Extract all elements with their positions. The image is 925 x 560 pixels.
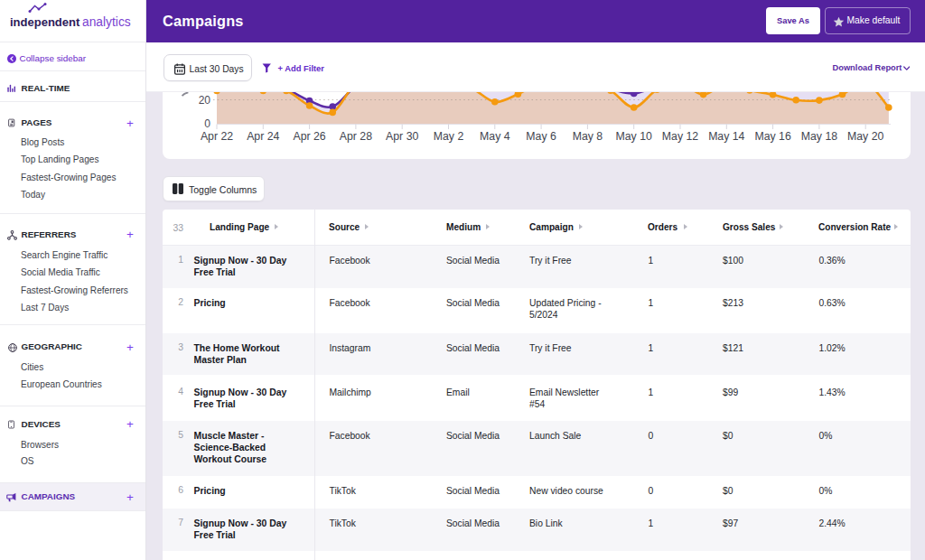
- svg-text:Apr 30: Apr 30: [386, 130, 418, 143]
- svg-text:May 4: May 4: [480, 130, 510, 143]
- svg-text:May 10: May 10: [616, 130, 652, 143]
- svg-text:May 14: May 14: [708, 130, 744, 143]
- svg-text:May 20: May 20: [847, 130, 883, 143]
- svg-text:20: 20: [199, 94, 211, 107]
- svg-text:independent: independent: [10, 15, 80, 29]
- svg-text:Apr 22: Apr 22: [201, 130, 233, 143]
- svg-text:May 12: May 12: [662, 130, 698, 143]
- svg-text:analytics: analytics: [82, 15, 131, 29]
- svg-text:0: 0: [204, 117, 210, 130]
- svg-text:May 8: May 8: [573, 130, 603, 143]
- svg-text:May 6: May 6: [526, 130, 556, 143]
- svg-text:May 18: May 18: [801, 130, 837, 143]
- svg-text:Apr 28: Apr 28: [340, 130, 372, 143]
- svg-text:May 2: May 2: [434, 130, 464, 143]
- svg-text:Apr 24: Apr 24: [247, 130, 279, 143]
- svg-text:Apr 26: Apr 26: [293, 130, 325, 143]
- svg-text:May 16: May 16: [754, 130, 790, 143]
